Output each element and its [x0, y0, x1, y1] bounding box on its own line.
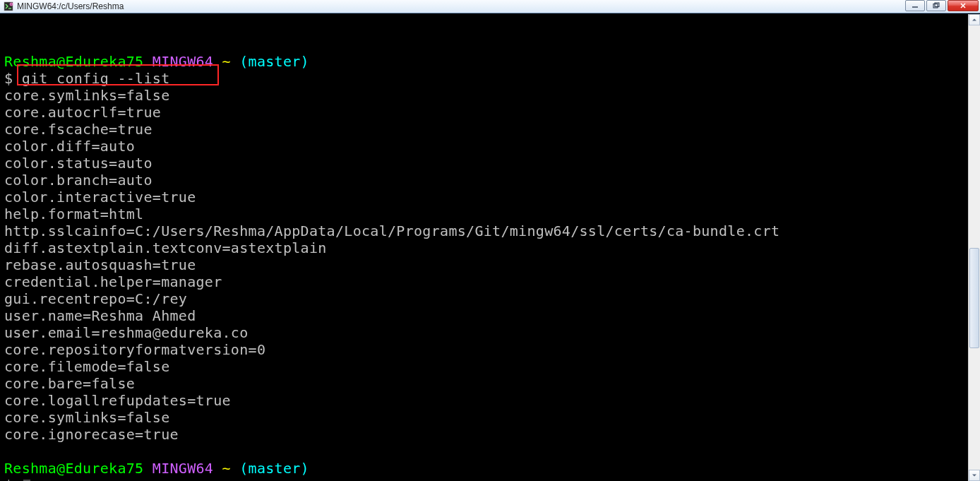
output-line: core.filemode=false [4, 358, 169, 375]
prompt-dollar: $ [4, 70, 13, 87]
empty-line [4, 36, 13, 53]
output-line: core.symlinks=false [4, 409, 169, 426]
output-line: help.format=html [4, 206, 143, 222]
output-line: credential.helper=manager [4, 273, 222, 290]
svg-rect-2 [933, 4, 938, 8]
prompt-shell: MINGW64 [153, 460, 213, 477]
close-button[interactable] [948, 0, 979, 11]
output-line: core.ignorecase=true [4, 426, 179, 443]
prompt-user-host: Reshma@Edureka75 [4, 460, 143, 477]
output-line: core.symlinks=false [4, 87, 169, 104]
command-text: git config --list [22, 70, 170, 87]
terminal-content: Reshma@Edureka75 MINGW64 ~ (master) $ gi… [4, 19, 980, 481]
output-line: color.interactive=true [4, 189, 196, 206]
command-line-1: $ git config --list [4, 70, 170, 87]
window-controls [904, 0, 979, 13]
prompt-shell: MINGW64 [153, 53, 213, 70]
prompt-line-1: Reshma@Edureka75 MINGW64 ~ (master) [4, 53, 309, 70]
output-line: rebase.autosquash=true [4, 256, 196, 273]
output-line: color.status=auto [4, 155, 153, 172]
output-line: core.fscache=true [4, 121, 153, 138]
scroll-down-button[interactable] [969, 470, 980, 481]
prompt-line-2: Reshma@Edureka75 MINGW64 ~ (master) [4, 460, 309, 477]
maximize-button[interactable] [926, 0, 946, 11]
output-line: color.branch=auto [4, 172, 153, 189]
svg-rect-3 [935, 3, 939, 7]
output-line: gui.recentrepo=C:/rey [4, 290, 187, 307]
prompt-path: ~ [222, 53, 231, 70]
output-line: core.bare=false [4, 375, 135, 392]
prompt-user-host: Reshma@Edureka75 [4, 53, 143, 70]
output-line: color.diff=auto [4, 138, 135, 155]
scroll-track[interactable] [969, 25, 980, 470]
vertical-scrollbar[interactable] [968, 14, 980, 481]
scroll-up-button[interactable] [969, 14, 980, 25]
output-line: core.repositoryformatversion=0 [4, 341, 265, 358]
prompt-dollar: $ [4, 477, 13, 481]
titlebar[interactable]: MINGW64:/c/Users/Reshma [0, 0, 980, 13]
output-line: http.sslcainfo=C:/Users/Reshma/AppData/L… [4, 222, 779, 239]
scroll-thumb[interactable] [969, 248, 979, 348]
terminal-area[interactable]: Reshma@Edureka75 MINGW64 ~ (master) $ gi… [0, 13, 980, 481]
output-line: diff.astextplain.textconv=astextplain [4, 239, 327, 256]
output-line: core.autocrlf=true [4, 104, 161, 121]
app-icon [3, 1, 14, 12]
git-bash-window: MINGW64:/c/Users/Reshma Reshma@Edureka75… [0, 0, 980, 481]
output-line: core.logallrefupdates=true [4, 392, 231, 409]
prompt-branch: (master) [239, 53, 309, 70]
minimize-button[interactable] [905, 0, 925, 11]
empty-line [4, 443, 13, 460]
command-line-2: $ [4, 477, 30, 481]
output-line: user.email=reshma@edureka.co [4, 324, 249, 341]
prompt-path: ~ [222, 460, 231, 477]
prompt-branch: (master) [239, 460, 309, 477]
output-line: user.name=Reshma Ahmed [4, 307, 196, 324]
window-title: MINGW64:/c/Users/Reshma [17, 1, 124, 11]
